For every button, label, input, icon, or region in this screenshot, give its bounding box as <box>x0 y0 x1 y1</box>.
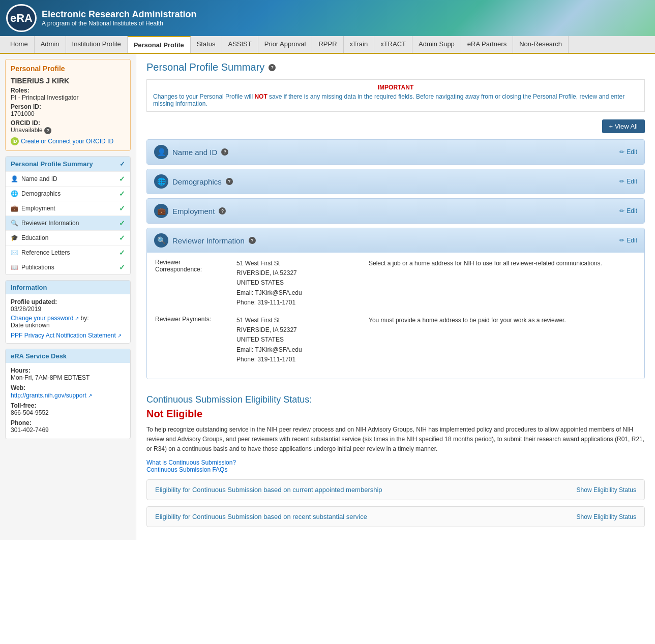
edit-employment-link[interactable]: ✏ Edit <box>619 207 637 214</box>
nav-item-era-partners[interactable]: eRA Partners <box>461 36 513 53</box>
service-desk-header: eRA Service Desk <box>6 349 130 363</box>
reviewer-correspondence-label: Reviewer Correspondence: <box>155 259 226 308</box>
orcid-connect-link[interactable]: iD Create or Connect your ORCID ID <box>11 137 125 145</box>
header-logo: eRA Electronic Research Administration A… <box>6 4 196 32</box>
search-section-icon: 🔍 <box>154 233 168 248</box>
name-id-check: ✓ <box>119 175 125 183</box>
important-text: Changes to your Personal Profile will NO… <box>153 93 638 107</box>
envelope-icon: ✉️ <box>11 249 18 256</box>
sidebar-information-header: Information <box>6 281 130 294</box>
section-card-header-reviewer-information: 🔍 Reviewer Information ? ✏ Edit <box>147 228 644 253</box>
nav-item-rppr[interactable]: RPPR <box>312 36 343 53</box>
education-check: ✓ <box>119 234 125 242</box>
sidebar-item-name-and-id[interactable]: 👤 Name and ID ✓ <box>6 171 130 186</box>
nav-item-admin[interactable]: Admin <box>35 36 66 53</box>
era-logo-icon: eRA <box>6 4 37 32</box>
view-all-button[interactable]: + View All <box>602 119 645 133</box>
reviewer-info-body: Reviewer Correspondence: 51 West First S… <box>147 253 644 379</box>
globe-section-icon: 🌐 <box>154 174 168 189</box>
name-id-help-icon[interactable]: ? <box>221 148 228 156</box>
sidebar-orcid-label: ORCID ID: <box>11 119 125 127</box>
nav-item-personal-profile[interactable]: Personal Profile <box>128 36 191 53</box>
section-card-reviewer-information: 🔍 Reviewer Information ? ✏ Edit Reviewer… <box>146 228 645 379</box>
edit-demographics-link[interactable]: ✏ Edit <box>619 178 637 185</box>
sidebar-profile-summary-section: Personal Profile Summary ✓ 👤 Name and ID… <box>5 156 131 275</box>
section-card-employment: 💼 Employment ? ✏ Edit <box>146 198 645 224</box>
nav-item-status[interactable]: Status <box>191 36 222 53</box>
section-title-demographics: 🌐 Demographics ? <box>154 174 233 189</box>
page-title: Personal Profile Summary ? <box>146 62 645 73</box>
show-eligibility-status-link-2[interactable]: Show Eligibility Status <box>577 513 636 520</box>
date-unknown: Date unknown <box>11 322 125 329</box>
page-title-help-icon[interactable]: ? <box>269 64 276 71</box>
sidebar-person-id-label: Person ID: <box>11 103 125 110</box>
show-eligibility-status-link-1[interactable]: Show Eligibility Status <box>577 486 636 494</box>
header-text: Electronic Research Administration A pro… <box>42 9 196 27</box>
reviewer-payments-note: You must provide a home address to be pa… <box>369 316 636 364</box>
eligibility-row-service: Eligibility for Continuous Submission ba… <box>146 506 645 527</box>
person-icon: 👤 <box>11 175 18 182</box>
header: eRA Electronic Research Administration A… <box>0 0 655 36</box>
main-nav: Home Admin Institution Profile Personal … <box>0 36 655 54</box>
not-eligible-status: Not Eligible <box>146 408 645 420</box>
nav-item-prior-approval[interactable]: Prior Approval <box>258 36 313 53</box>
service-phone-label: Phone: <box>11 419 125 426</box>
important-label: IMPORTANT <box>153 84 638 91</box>
sidebar-roles-value: PI - Principal Investigator <box>11 94 125 101</box>
sidebar-roles-label: Roles: <box>11 87 125 94</box>
eligibility-membership-text: Eligibility for Continuous Submission ba… <box>155 486 382 494</box>
profile-updated-value: 03/28/2019 <box>11 305 125 313</box>
sidebar-person-id-value: 1701000 <box>11 110 125 117</box>
service-tollfree-label: Toll-free: <box>11 402 125 409</box>
demographics-help-icon[interactable]: ? <box>226 178 233 185</box>
person-section-icon: 👤 <box>154 145 168 159</box>
edit-reviewer-link[interactable]: ✏ Edit <box>619 237 637 244</box>
important-notice: IMPORTANT Changes to your Personal Profi… <box>146 79 645 112</box>
service-web-link[interactable]: http://grants.nih.gov/support <box>11 392 92 399</box>
graduation-cap-icon: 🎓 <box>11 234 18 241</box>
sidebar-item-reviewer-information[interactable]: 🔍 Reviewer Information ✓ <box>6 216 130 230</box>
main-layout: Personal Profile TIBERIUS J KIRK Roles: … <box>0 54 655 540</box>
sidebar-item-demographics[interactable]: 🌐 Demographics ✓ <box>6 186 130 201</box>
edit-name-and-id-link[interactable]: ✏ Edit <box>619 148 637 156</box>
sidebar-item-publications[interactable]: 📖 Publications ✓ <box>6 260 130 274</box>
nav-item-institution-profile[interactable]: Institution Profile <box>66 36 128 53</box>
nav-item-non-research[interactable]: Non-Research <box>513 36 569 53</box>
change-password-link[interactable]: Change your password <box>11 315 79 322</box>
nav-item-xtract[interactable]: xTRACT <box>374 36 412 53</box>
reviewer-correspondence-note: Select a job or a home address for NIH t… <box>369 259 636 308</box>
nav-item-home[interactable]: Home <box>4 36 35 53</box>
what-is-continuous-link[interactable]: What is Continuous Submission? <box>146 459 645 466</box>
section-card-header-name-and-id: 👤 Name and ID ? ✏ Edit <box>147 140 644 164</box>
service-phone-value: 301-402-7469 <box>11 426 125 434</box>
book-icon: 📖 <box>11 264 18 271</box>
sidebar-item-employment[interactable]: 💼 Employment ✓ <box>6 201 130 216</box>
nav-item-xtrain[interactable]: xTrain <box>344 36 375 53</box>
search-icon: 🔍 <box>11 220 18 227</box>
sidebar-user-name: TIBERIUS J KIRK <box>11 77 125 85</box>
demographics-check: ✓ <box>119 190 125 198</box>
orcid-help-icon[interactable]: ? <box>44 127 51 134</box>
reviewer-payments-row: Reviewer Payments: 51 West First St RIVE… <box>155 316 636 364</box>
sidebar-service-desk-section: eRA Service Desk Hours: Mon-Fri, 7AM-8PM… <box>5 349 131 439</box>
briefcase-icon: 💼 <box>11 205 18 212</box>
nav-item-assist[interactable]: ASSIST <box>222 36 258 53</box>
nav-item-admin-supp[interactable]: Admin Supp <box>412 36 461 53</box>
sidebar-item-reference-letters[interactable]: ✉️ Reference Letters ✓ <box>6 245 130 260</box>
sidebar-item-education[interactable]: 🎓 Education ✓ <box>6 230 130 245</box>
service-tollfree-value: 866-504-9552 <box>11 409 125 416</box>
orcid-icon: iD <box>11 137 19 145</box>
eligibility-service-text: Eligibility for Continuous Submission ba… <box>155 513 367 520</box>
section-title-name-and-id: 👤 Name and ID ? <box>154 145 228 159</box>
section-title-employment: 💼 Employment ? <box>154 204 226 218</box>
reviewer-help-icon[interactable]: ? <box>249 237 256 244</box>
employment-check: ✓ <box>119 204 125 212</box>
employment-help-icon[interactable]: ? <box>219 207 226 214</box>
continuous-faqs-link[interactable]: Continuous Submission FAQs <box>146 466 645 473</box>
sidebar-information-section: Information Profile updated: 03/28/2019 … <box>5 280 131 344</box>
reviewer-check: ✓ <box>119 219 125 227</box>
app-title: Electronic Research Administration <box>42 9 196 20</box>
sidebar-profile-summary-header: Personal Profile Summary ✓ <box>6 157 130 171</box>
ppf-privacy-link[interactable]: PPF Privacy Act Notification Statement <box>11 332 125 339</box>
continuous-submission-description: To help recognize outstanding service in… <box>146 425 645 454</box>
